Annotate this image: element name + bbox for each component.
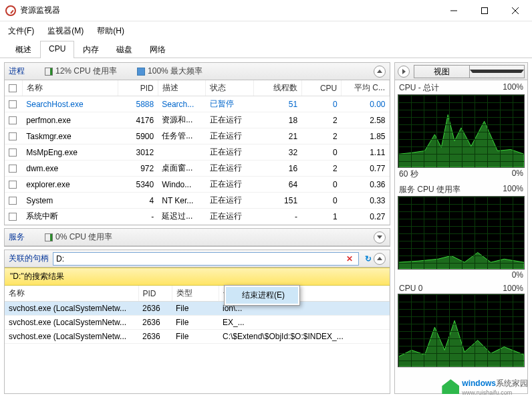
hcol-type[interactable]: 类型 (172, 286, 219, 302)
collapse-button[interactable] (374, 231, 386, 243)
hcol-name[interactable]: 名称 (5, 286, 138, 302)
cell-avg: 1.85 (342, 128, 390, 144)
table-row[interactable]: perfmon.exe 4176 资源和... 正在运行 18 2 2.58 (5, 112, 390, 128)
cell-pid: - (118, 209, 158, 225)
cell-state: 正在运行 (206, 128, 254, 144)
checkbox-icon[interactable] (9, 84, 17, 92)
chart-title: 服务 CPU 使用率 (399, 184, 460, 195)
collapse-button[interactable] (374, 66, 386, 78)
menu-file[interactable]: 文件(F) (5, 24, 37, 38)
cell-threads: - (253, 209, 301, 225)
cell-handle: C:\$Extend\$ObjId:$O:$INDEX_... (219, 330, 390, 344)
cell-desc: Windo... (158, 177, 206, 193)
handles-title: 关联的句柄 (9, 253, 49, 264)
processes-panel: 进程 12% CPU 使用率 100% 最大频率 名称 PID 描述 状态 线程… (4, 62, 390, 225)
view-label: 视图 (414, 66, 469, 78)
cpu-usage-stat: 12% CPU 使用率 (45, 66, 117, 77)
cell-pid: 5340 (118, 177, 158, 193)
row-checkbox[interactable] (9, 213, 17, 221)
refresh-button[interactable]: ↻ (363, 254, 374, 264)
table-row[interactable]: svchost.exe (LocalSystemNetw... 2636 Fil… (5, 302, 390, 316)
cell-pid: 3012 (118, 144, 158, 161)
expand-button[interactable] (398, 66, 410, 78)
col-checkbox[interactable] (5, 80, 22, 96)
table-row[interactable]: explorer.exe 5340 Windo... 正在运行 64 0 0.3… (5, 177, 390, 193)
chart-max: 100% (503, 82, 523, 94)
cell-desc: NT Ker... (158, 193, 206, 209)
maximize-button[interactable] (469, 0, 500, 21)
clear-filter-button[interactable]: ✕ (344, 254, 356, 264)
col-avg[interactable]: 平均 C... (342, 80, 390, 96)
chart-title: CPU - 总计 (399, 82, 439, 94)
minimize-button[interactable] (438, 0, 469, 21)
close-button[interactable] (500, 0, 531, 21)
row-checkbox[interactable] (9, 100, 17, 108)
cell-desc: 任务管... (158, 128, 206, 144)
col-threads[interactable]: 线程数 (253, 80, 301, 96)
watermark: windows系统家园www.ruishaifu.com (442, 377, 528, 396)
row-checkbox[interactable] (9, 148, 17, 157)
tab-overview[interactable]: 概述 (7, 41, 40, 58)
tab-network[interactable]: 网络 (141, 41, 174, 58)
cell-state: 正在运行 (206, 177, 254, 193)
handles-header[interactable]: 关联的句柄 ✕ ↻ (5, 250, 390, 268)
cell-name: Taskmgr.exe (22, 128, 118, 144)
cell-pid: 4 (118, 193, 158, 209)
view-dropdown-button[interactable] (469, 66, 525, 78)
max-freq-stat: 100% 最大频率 (137, 66, 203, 77)
table-row[interactable]: SearchHost.exe 5888 Search... 已暂停 51 0 0… (5, 96, 390, 112)
menu-help[interactable]: 帮助(H) (94, 24, 127, 38)
cpu-chart (398, 294, 525, 367)
processes-header[interactable]: 进程 12% CPU 使用率 100% 最大频率 (5, 63, 390, 80)
menu-monitor[interactable]: 监视器(M) (45, 24, 86, 38)
row-checkbox[interactable] (9, 116, 17, 124)
cell-name: perfmon.exe (22, 112, 118, 128)
row-checkbox[interactable] (9, 132, 17, 140)
cell-pid: 972 (118, 161, 158, 177)
cell-pid: 2636 (138, 330, 172, 344)
window-title: 资源监视器 (20, 5, 438, 16)
cell-cpu: 0 (301, 96, 342, 112)
col-cpu[interactable]: CPU (301, 80, 342, 96)
col-name[interactable]: 名称 (22, 80, 118, 96)
handle-filter-input[interactable] (56, 254, 344, 264)
col-desc[interactable]: 描述 (158, 80, 206, 96)
table-row[interactable]: svchost.exe (LocalSystemNetw... 2636 Fil… (5, 316, 390, 330)
tabs: 概述 CPU 内存 磁盘 网络 (0, 41, 532, 58)
collapse-button[interactable] (374, 253, 386, 265)
chart-title: CPU 0 (399, 284, 422, 293)
watermark-text: windows系统家园www.ruishaifu.com (462, 377, 528, 396)
row-checkbox[interactable] (9, 181, 17, 189)
cell-name: svchost.exe (LocalSystemNetw... (5, 302, 138, 316)
cell-name: svchost.exe (LocalSystemNetw... (5, 316, 138, 330)
table-row[interactable]: Taskmgr.exe 5900 任务管... 正在运行 21 2 1.85 (5, 128, 390, 144)
tab-disk[interactable]: 磁盘 (108, 41, 141, 58)
table-row[interactable]: System 4 NT Ker... 正在运行 151 0 0.33 (5, 193, 390, 209)
services-panel: 服务 0% CPU 使用率 (4, 228, 390, 247)
table-row[interactable]: 系统中断 - 延迟过... 正在运行 - 1 0.27 (5, 209, 390, 225)
cell-name: svchost.exe (LocalSystemNetw... (5, 330, 138, 344)
row-checkbox[interactable] (9, 197, 17, 205)
col-state[interactable]: 状态 (206, 80, 254, 96)
row-checkbox[interactable] (9, 165, 17, 173)
cell-pid: 4176 (118, 112, 158, 128)
freq-chip-icon (137, 68, 145, 76)
services-header[interactable]: 服务 0% CPU 使用率 (5, 229, 390, 246)
chart-br: 0% (512, 270, 523, 280)
table-row[interactable]: svchost.exe (LocalSystemNetw... 2636 Fil… (5, 330, 390, 344)
view-selector[interactable]: 视图 (414, 65, 525, 78)
table-row[interactable]: MsMpEng.exe 3012 正在运行 32 0 1.11 (5, 144, 390, 161)
context-end-process[interactable]: 结束进程(E) (226, 287, 298, 304)
table-row[interactable]: dwm.exe 972 桌面窗... 正在运行 16 2 0.77 (5, 161, 390, 177)
tab-memory[interactable]: 内存 (74, 41, 108, 58)
handle-filter[interactable]: ✕ (53, 252, 359, 266)
tab-cpu[interactable]: CPU (40, 41, 74, 58)
col-pid[interactable]: PID (118, 80, 158, 96)
hcol-pid[interactable]: PID (138, 286, 172, 302)
chart-br: 0% (512, 169, 523, 180)
main: 进程 12% CPU 使用率 100% 最大频率 名称 PID 描述 状态 线程… (0, 58, 532, 398)
cell-type: File (172, 330, 219, 344)
cell-name: SearchHost.exe (22, 96, 118, 112)
cpu-chart (398, 196, 525, 270)
cell-avg: 1.11 (342, 144, 390, 161)
